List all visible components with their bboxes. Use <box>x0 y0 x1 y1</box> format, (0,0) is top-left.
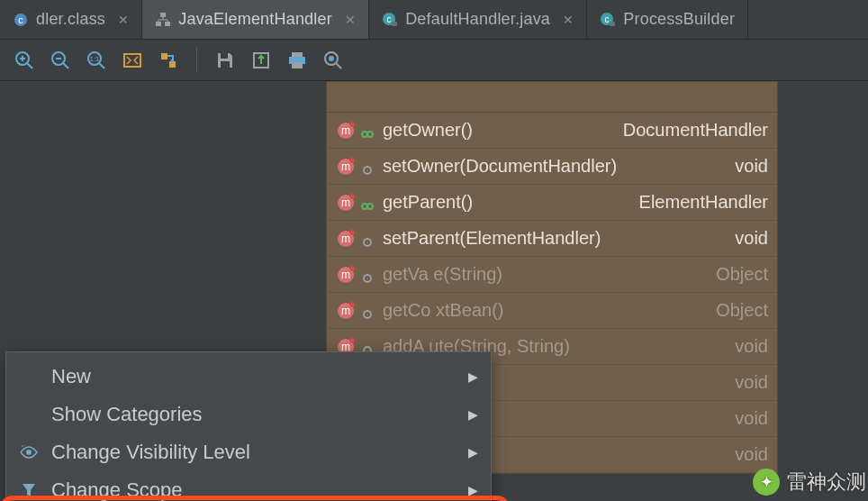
menu-item-label: New <box>51 365 456 388</box>
class-member[interactable]: msetOwner(DocumentHandler)void <box>327 149 777 185</box>
svg-rect-24 <box>221 53 228 59</box>
member-signature: getVa e(String) <box>383 264 716 285</box>
class-member[interactable]: mgetParent()ElementHandler <box>327 185 777 221</box>
context-menu: New▶Show Categories▶Change Visibility Le… <box>5 351 492 501</box>
class-icon: c <box>13 12 29 28</box>
class-member[interactable]: mgetOwner()DocumentHandler <box>327 113 777 149</box>
fit-content-button[interactable] <box>121 49 144 72</box>
svg-line-16 <box>63 63 68 68</box>
tab-process-builder[interactable]: c ProcessBuilder <box>587 0 748 39</box>
svg-rect-3 <box>156 22 161 26</box>
class-member[interactable]: mgetCo xtBean()Object <box>327 293 777 329</box>
watermark-text: 雷神众测 <box>787 469 866 496</box>
tab-label: dler.class <box>36 10 105 29</box>
method-icon: m <box>336 193 356 213</box>
svg-point-44 <box>349 194 355 199</box>
member-return-type: void <box>735 372 768 393</box>
submenu-arrow-icon: ▶ <box>468 445 478 460</box>
svg-point-32 <box>329 56 334 61</box>
svg-point-49 <box>349 230 355 235</box>
svg-rect-27 <box>292 52 303 57</box>
find-button[interactable] <box>321 49 345 72</box>
svg-point-46 <box>367 204 373 209</box>
method-icon: m <box>336 229 356 249</box>
submenu-arrow-icon: ▶ <box>468 483 478 497</box>
tab-label: DefaultHandler.java <box>405 10 550 29</box>
layout-button[interactable] <box>157 49 180 72</box>
member-signature: getOwner() <box>383 120 623 141</box>
svg-rect-7 <box>392 22 397 26</box>
tab-dler-class[interactable]: c dler.class ✕ <box>0 0 142 39</box>
tab-default-handler[interactable]: c DefaultHandler.java ✕ <box>369 0 587 39</box>
close-icon[interactable]: ✕ <box>563 13 574 27</box>
tab-java-element-handler[interactable]: JavaElementHandler ✕ <box>142 0 369 39</box>
funnel-icon <box>19 482 39 498</box>
close-icon[interactable]: ✕ <box>345 13 356 27</box>
member-signature: setParent(ElementHandler) <box>383 228 735 249</box>
svg-rect-21 <box>124 54 140 67</box>
svg-point-61 <box>349 338 355 343</box>
svg-rect-2 <box>160 13 166 17</box>
visibility-icon <box>361 269 374 281</box>
menu-item-label: Change Scope <box>51 478 456 501</box>
submenu-arrow-icon: ▶ <box>468 407 478 422</box>
class-locked-icon: c <box>382 12 398 28</box>
member-signature: getParent() <box>383 192 639 213</box>
member-return-type: Object <box>716 264 768 285</box>
member-return-type: void <box>735 444 768 465</box>
class-locked-icon: c <box>600 12 616 28</box>
divider <box>196 48 197 73</box>
visibility-icon <box>361 232 374 245</box>
tab-label: JavaElementHandler <box>178 10 332 29</box>
svg-line-19 <box>99 63 104 68</box>
class-member[interactable]: msetParent(ElementHandler)void <box>327 221 777 257</box>
method-icon: m <box>336 157 356 177</box>
diagram-icon <box>155 12 171 28</box>
member-signature: setOwner(DocumentHandler) <box>383 156 735 177</box>
svg-text:m: m <box>341 124 350 137</box>
svg-rect-10 <box>610 22 615 26</box>
svg-point-53 <box>349 266 355 271</box>
save-button[interactable] <box>213 49 237 72</box>
diagram-canvas[interactable]: mgetOwner()DocumentHandlermsetOwner(Docu… <box>0 81 868 501</box>
print-button[interactable] <box>285 49 309 72</box>
watermark: ✦ 雷神众测 <box>753 469 866 496</box>
svg-point-37 <box>367 132 373 137</box>
svg-line-12 <box>27 63 32 68</box>
svg-text:m: m <box>341 305 350 317</box>
svg-point-57 <box>349 302 355 307</box>
menu-item-new[interactable]: New▶ <box>6 358 491 396</box>
close-icon[interactable]: ✕ <box>118 13 129 27</box>
diagram-toolbar: 1:1 <box>0 40 868 81</box>
method-icon: m <box>336 301 356 321</box>
svg-text:c: c <box>387 14 392 24</box>
zoom-in-button[interactable] <box>13 49 36 72</box>
export-button[interactable] <box>249 49 273 72</box>
member-return-type: void <box>735 156 768 177</box>
visibility-icon <box>361 196 374 209</box>
svg-text:m: m <box>341 232 350 245</box>
member-return-type: void <box>735 336 768 357</box>
menu-item-change-visibility-level[interactable]: Change Visibility Level▶ <box>6 433 491 471</box>
svg-text:m: m <box>341 269 350 281</box>
svg-text:m: m <box>341 196 350 209</box>
editor-tabbar: c dler.class ✕ JavaElementHandler ✕ c De… <box>0 0 868 40</box>
svg-point-75 <box>26 450 32 455</box>
svg-point-35 <box>349 122 355 127</box>
method-icon: m <box>336 121 356 141</box>
menu-item-label: Change Visibility Level <box>51 441 456 464</box>
member-return-type: Object <box>716 300 768 321</box>
visibility-icon <box>361 305 374 317</box>
class-member[interactable]: mgetVa e(String)Object <box>327 257 777 293</box>
zoom-out-button[interactable] <box>49 49 72 72</box>
menu-item-label: Show Categories <box>51 403 456 426</box>
svg-point-41 <box>364 167 371 174</box>
svg-line-31 <box>336 63 341 68</box>
zoom-actual-button[interactable]: 1:1 <box>85 49 108 72</box>
svg-rect-25 <box>221 61 230 68</box>
svg-text:1:1: 1:1 <box>89 55 100 63</box>
member-return-type: void <box>735 408 768 429</box>
svg-point-58 <box>364 311 371 318</box>
menu-item-show-categories[interactable]: Show Categories▶ <box>6 396 491 433</box>
menu-item-change-scope[interactable]: Change Scope▶ <box>6 471 491 501</box>
